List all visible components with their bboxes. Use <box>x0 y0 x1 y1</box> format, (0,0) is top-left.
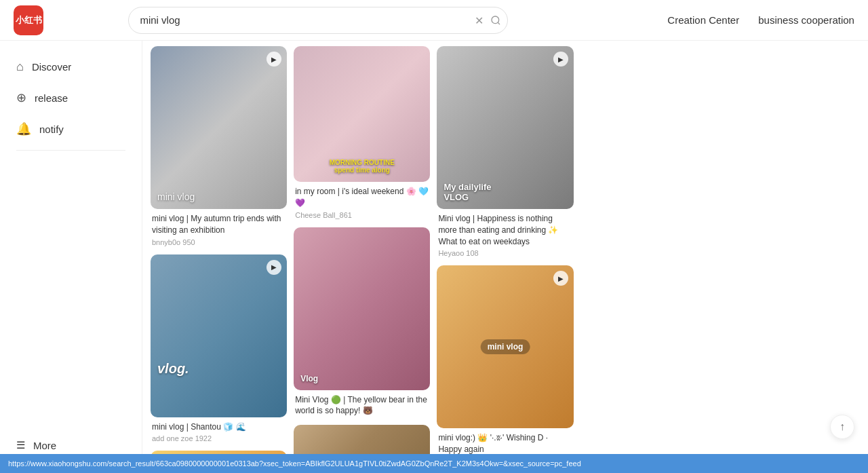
card-autumn-trip-likes-count: 950 <box>182 238 195 246</box>
card-happiness-likes-count: 108 <box>466 249 478 257</box>
sidebar: ⌂ Discover ⊕ release 🔔 notify ☰ More <box>0 41 142 473</box>
card-yellow-bear-title: Mini Vlog 🟢 | The yellow bear in the wor… <box>294 394 430 417</box>
card-happiness-eating[interactable]: ▶ My dailylifeVLOG Mini vlog | Happiness… <box>437 46 573 257</box>
card-overlay-text: mini vlog <box>157 191 195 202</box>
card-wishing[interactable]: ▶ mini vlog mini vlog:) 👑 '·.ʬ·' Wishing… <box>437 265 573 455</box>
more-icon: ☰ <box>16 439 25 451</box>
status-bar: https://www.xiaohongshu.com/search_resul… <box>0 454 868 473</box>
sidebar-divider <box>16 150 125 151</box>
card-happiness-label: My dailylifeVLOG <box>443 182 491 202</box>
card-ideal-weekend[interactable]: MORNING ROUTINEspend time along in my ro… <box>294 46 430 219</box>
card-autumn-trip-image: ▶ mini vlog <box>151 46 287 209</box>
card-autumn-trip-author: bnnyb0o <box>152 238 180 246</box>
card-shantou-overlay: vlog. <box>157 361 189 377</box>
card-shantou-author: add one zoe <box>152 434 193 442</box>
search-container: ✕ <box>128 7 508 34</box>
card-ideal-weekend-image: MORNING ROUTINEspend time along <box>294 46 430 182</box>
card-yellow-bear-image: Vlog <box>294 227 430 390</box>
scroll-to-top-button[interactable]: ↑ <box>830 415 854 439</box>
card-ideal-weekend-author: Cheese Ball_861 <box>295 211 352 219</box>
search-clear-button[interactable]: ✕ <box>475 14 484 26</box>
card-wishing-badge: mini vlog <box>481 339 530 354</box>
card-happiness-title: Mini vlog | Happiness is nothing more th… <box>437 213 573 247</box>
card-yellow-bear-label: Vlog <box>300 374 318 383</box>
card-yellow-bear[interactable]: Vlog Mini Vlog 🟢 | The yellow bear in th… <box>294 227 430 417</box>
card-shantou[interactable]: ▶ vlog. mini vlog | Shantou 🧊 🌊 add one … <box>151 254 287 443</box>
plus-circle-icon: ⊕ <box>16 90 26 105</box>
home-icon: ⌂ <box>16 60 24 74</box>
sidebar-item-release[interactable]: ⊕ release <box>0 82 142 113</box>
bell-icon: 🔔 <box>16 121 31 136</box>
card-ideal-weekend-meta: Cheese Ball_861 <box>294 211 430 219</box>
search-submit-button[interactable] <box>490 15 501 26</box>
svg-line-1 <box>498 22 500 24</box>
nav-creation-center[interactable]: Creation Center <box>667 14 739 26</box>
search-input[interactable] <box>128 7 508 34</box>
card-morning-routine-badge: MORNING ROUTINEspend time along <box>294 159 430 174</box>
sidebar-item-discover-label: Discover <box>32 61 71 73</box>
card-ideal-weekend-title: in my room | i's ideal weekend 🌸 🩵 💜 <box>294 186 430 209</box>
sidebar-item-notify-label: notify <box>39 124 64 135</box>
play-icon: ▶ <box>267 52 281 67</box>
card-happiness-eating-image: ▶ My dailylifeVLOG <box>437 46 573 209</box>
nav-business-cooperation[interactable]: business cooperation <box>758 14 854 26</box>
card-shantou-likes: 1922 <box>195 434 212 442</box>
card-autumn-trip-meta: bnnyb0o 950 <box>151 238 287 246</box>
card-shantou-title: mini vlog | Shantou 🧊 🌊 <box>151 421 287 433</box>
logo[interactable]: 小红书 <box>14 5 43 35</box>
status-bar-url: https://www.xiaohongshu.com/search_resul… <box>8 459 581 468</box>
card-happiness-meta: Heyaoo 108 <box>437 249 573 257</box>
sidebar-more-label: More <box>33 440 56 451</box>
card-autumn-trip[interactable]: ▶ mini vlog mini vlog | My autumn trip e… <box>151 46 287 246</box>
card-shantou-image: ▶ vlog. <box>151 254 287 417</box>
header-nav: Creation Center business cooperation <box>667 14 854 26</box>
play-icon-happiness: ▶ <box>553 52 568 67</box>
sidebar-item-release-label: release <box>35 92 68 104</box>
header: 小红书 ✕ Creation Center business cooperati… <box>0 0 868 41</box>
arrow-up-icon: ↑ <box>840 421 845 433</box>
grid-container: ▶ mini vlog mini vlog | My autumn trip e… <box>142 41 868 473</box>
sidebar-item-discover[interactable]: ⌂ Discover <box>0 52 142 82</box>
main-content: ▶ mini vlog mini vlog | My autumn trip e… <box>142 0 868 473</box>
card-wishing-title: mini vlog:) 👑 '·.ʬ·' Wishing D · Happy a… <box>437 432 573 455</box>
card-wishing-image: ▶ mini vlog <box>437 265 573 428</box>
card-autumn-trip-title: mini vlog | My autumn trip ends with vis… <box>151 213 287 236</box>
play-icon-shantou: ▶ <box>267 260 281 275</box>
sidebar-item-notify[interactable]: 🔔 notify <box>0 113 142 145</box>
play-icon-wishing: ▶ <box>553 271 568 286</box>
svg-point-0 <box>492 16 499 24</box>
card-happiness-author: Heyaoo <box>438 249 464 257</box>
card-shantou-meta: add one zoe 1922 <box>151 434 287 442</box>
